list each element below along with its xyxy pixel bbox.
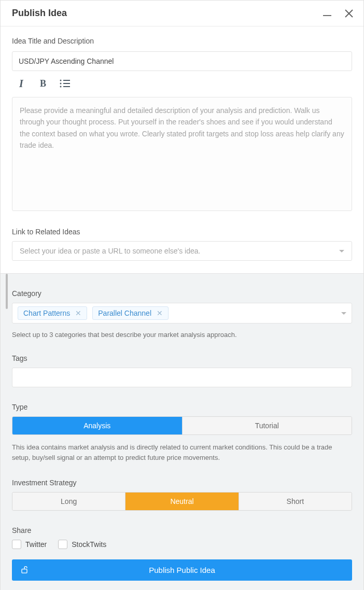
- category-helper: Select up to 3 categories that best desc…: [12, 331, 352, 339]
- tags-section: Tags: [12, 354, 352, 387]
- category-select[interactable]: Chart Patterns ✕ Parallel Channel ✕: [12, 303, 352, 324]
- bullet-list-icon: [59, 78, 71, 89]
- strategy-option-long[interactable]: Long: [12, 493, 125, 510]
- strategy-option-neutral[interactable]: Neutral: [125, 493, 238, 510]
- category-chip-chart-patterns: Chart Patterns ✕: [18, 306, 87, 320]
- remove-chip-button[interactable]: ✕: [75, 309, 81, 317]
- category-chip-parallel-channel: Parallel Channel ✕: [92, 306, 169, 320]
- idea-description-textarea[interactable]: [12, 97, 352, 211]
- editor-toolbar: I B: [12, 71, 352, 97]
- svg-rect-8: [22, 569, 27, 573]
- chip-label: Chart Patterns: [23, 309, 70, 317]
- publish-button[interactable]: Publish Public Idea: [12, 559, 352, 581]
- scrollbar-thumb[interactable]: [6, 274, 8, 309]
- titlebar: Publish Idea: [1, 1, 363, 26]
- unlock-icon: [19, 564, 30, 576]
- strategy-section: Investment Strategy Long Neutral Short: [12, 479, 352, 511]
- related-ideas-placeholder: Select your idea or paste a URL to someo…: [20, 247, 200, 255]
- share-stocktwits-checkbox[interactable]: StockTwits: [58, 540, 106, 549]
- checkbox-icon: [12, 540, 21, 549]
- minimize-button[interactable]: [322, 8, 332, 19]
- strategy-segmented: Long Neutral Short: [12, 492, 352, 511]
- share-section: Share Twitter StockTwits: [12, 526, 352, 549]
- title-section-label: Idea Title and Description: [12, 37, 352, 45]
- tags-label: Tags: [12, 354, 352, 362]
- checkbox-label: StockTwits: [72, 540, 106, 549]
- publish-button-label: Publish Public Idea: [149, 566, 215, 574]
- upper-panel: Idea Title and Description I B Link to R…: [1, 26, 363, 273]
- svg-point-2: [60, 80, 62, 81]
- svg-point-4: [60, 83, 62, 85]
- minimize-icon: [323, 15, 331, 16]
- lower-panel: Category Chart Patterns ✕ Parallel Chann…: [1, 273, 363, 590]
- link-section-label: Link to Related Ideas: [12, 228, 352, 236]
- idea-title-input[interactable]: [12, 51, 352, 71]
- italic-button[interactable]: I: [15, 77, 27, 90]
- type-section: Type Analysis Tutorial This idea contain…: [12, 403, 352, 463]
- publish-idea-dialog: Publish Idea Idea Title and Description …: [0, 0, 364, 590]
- strategy-option-short[interactable]: Short: [239, 493, 352, 510]
- dialog-title: Publish Idea: [12, 8, 67, 19]
- svg-point-6: [60, 86, 62, 88]
- chip-label: Parallel Channel: [98, 309, 151, 317]
- window-controls: [322, 8, 354, 19]
- bullet-list-button[interactable]: [59, 77, 71, 90]
- checkbox-icon: [58, 540, 67, 549]
- category-label: Category: [12, 289, 352, 298]
- link-section: Link to Related Ideas Select your idea o…: [12, 228, 352, 261]
- close-button[interactable]: [344, 8, 354, 19]
- remove-chip-button[interactable]: ✕: [157, 309, 163, 317]
- type-segmented: Analysis Tutorial: [12, 416, 352, 435]
- share-twitter-checkbox[interactable]: Twitter: [12, 540, 47, 549]
- category-section: Category Chart Patterns ✕ Parallel Chann…: [12, 289, 352, 339]
- close-icon: [344, 9, 354, 18]
- related-ideas-select[interactable]: Select your idea or paste a URL to someo…: [12, 241, 352, 261]
- type-label: Type: [12, 403, 352, 411]
- chevron-down-icon: [339, 250, 344, 252]
- checkbox-label: Twitter: [25, 540, 47, 549]
- share-options: Twitter StockTwits: [12, 540, 352, 549]
- type-option-tutorial[interactable]: Tutorial: [182, 417, 352, 434]
- tags-input[interactable]: [12, 368, 352, 387]
- share-label: Share: [12, 526, 352, 535]
- strategy-label: Investment Strategy: [12, 479, 352, 487]
- type-option-analysis[interactable]: Analysis: [12, 417, 182, 434]
- bold-button[interactable]: B: [37, 77, 49, 90]
- chevron-down-icon: [341, 312, 346, 315]
- type-description: This idea contains market analysis and i…: [12, 442, 352, 463]
